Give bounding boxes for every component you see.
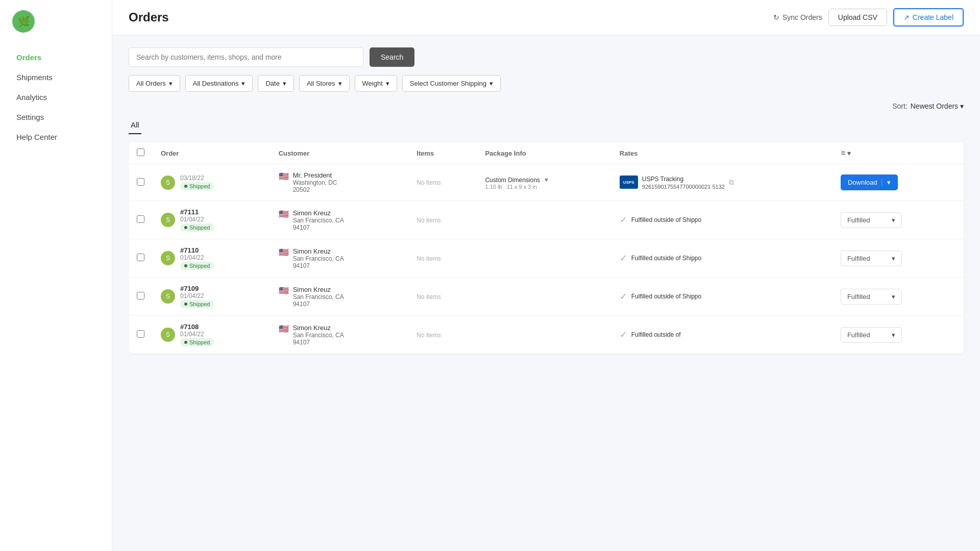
sidebar-item-analytics[interactable]: Analytics bbox=[4, 88, 108, 107]
chevron-down-icon: ▾ bbox=[892, 216, 895, 224]
fulfilled-checkmark-icon: ✓ bbox=[620, 329, 627, 340]
download-button[interactable]: Download ▾ bbox=[841, 174, 898, 190]
order-number: #7108 bbox=[180, 323, 214, 331]
sidebar-item-orders[interactable]: Orders bbox=[4, 48, 108, 67]
package-dimensions: 1.10 lb 11 x 9 x 3 in bbox=[485, 184, 603, 190]
fulfilled-label: Fulfilled outside of Shippo bbox=[631, 254, 701, 263]
status-dot bbox=[184, 185, 187, 188]
sidebar: 🌿 Orders Shipments Analytics Settings He… bbox=[0, 0, 112, 551]
rates-column-header: Rates bbox=[611, 142, 832, 164]
store-icon: S bbox=[161, 176, 175, 190]
customer-info: 🇺🇸 Simon Kreuz San Francisco, CA 94107 bbox=[279, 247, 401, 269]
select-all-header bbox=[129, 142, 153, 164]
order-info: S 03/18/22 Shipped bbox=[161, 174, 262, 190]
order-date: 03/18/22 bbox=[180, 174, 214, 182]
all-destinations-filter[interactable]: All Destinations ▾ bbox=[185, 75, 253, 92]
upload-csv-button[interactable]: Upload CSV bbox=[828, 9, 887, 26]
store-icon: S bbox=[161, 328, 175, 342]
page-title: Orders bbox=[129, 10, 169, 24]
fulfilled-button[interactable]: Fulfilled ▾ bbox=[841, 289, 902, 305]
chevron-down-icon: ▾ bbox=[169, 80, 173, 87]
status-dot bbox=[184, 226, 187, 229]
sidebar-logo: 🌿 bbox=[0, 0, 112, 43]
search-button[interactable]: Search bbox=[370, 47, 414, 67]
status-badge: Shipped bbox=[180, 182, 214, 190]
sort-select[interactable]: Newest Orders ▾ bbox=[911, 102, 964, 110]
customer-shipping-filter[interactable]: Select Customer Shipping ▾ bbox=[402, 75, 501, 92]
status-badge: Shipped bbox=[180, 300, 214, 308]
fulfilled-button[interactable]: Fulfilled ▾ bbox=[841, 212, 902, 228]
status-dot bbox=[184, 264, 187, 267]
status-badge: Shipped bbox=[180, 338, 214, 346]
fulfilled-checkmark-icon: ✓ bbox=[620, 253, 627, 264]
sync-icon: ↻ bbox=[773, 13, 779, 21]
chevron-down-icon: ▾ bbox=[241, 80, 245, 87]
package-expand-button[interactable]: ▾ bbox=[545, 176, 548, 184]
chevron-down-icon: ▾ bbox=[847, 149, 851, 157]
usps-icon: USPS bbox=[620, 176, 638, 189]
tracking-label: USPS Tracking bbox=[642, 175, 725, 184]
rates-cell: USPS USPS Tracking 926159017554770000002… bbox=[620, 175, 824, 190]
sidebar-nav: Orders Shipments Analytics Settings Help… bbox=[0, 43, 112, 152]
status-dot bbox=[184, 341, 187, 344]
weight-filter[interactable]: Weight ▾ bbox=[355, 75, 397, 92]
tab-all[interactable]: All bbox=[129, 116, 141, 134]
table-row: S 03/18/22 Shipped 🇺🇸 Mr. President Wash… bbox=[129, 164, 964, 201]
app-logo: 🌿 bbox=[12, 10, 35, 33]
customer-info: 🇺🇸 Mr. President Washington, DC 20502 bbox=[279, 171, 401, 193]
sidebar-item-shipments[interactable]: Shipments bbox=[4, 68, 108, 87]
chevron-down-icon: ▾ bbox=[489, 80, 493, 87]
sync-orders-button[interactable]: ↻ Sync Orders bbox=[773, 13, 822, 21]
customer-zip: 20502 bbox=[293, 186, 337, 193]
sidebar-item-help-center[interactable]: Help Center bbox=[4, 128, 108, 146]
country-flag: 🇺🇸 bbox=[279, 209, 289, 219]
fulfilled-button[interactable]: Fulfilled ▾ bbox=[841, 327, 902, 343]
fulfilled-btn-label: Fulfilled bbox=[847, 255, 870, 262]
fulfilled-label: Fulfilled outside of Shippo bbox=[631, 292, 701, 301]
items-column-header: Items bbox=[408, 142, 477, 164]
row-checkbox[interactable] bbox=[137, 215, 144, 223]
date-filter[interactable]: Date ▾ bbox=[258, 75, 293, 92]
create-label-button[interactable]: ↗ Create Label bbox=[893, 8, 964, 27]
main-content: Orders ↻ Sync Orders Upload CSV ↗ Create… bbox=[112, 0, 980, 551]
all-stores-filter[interactable]: All Stores ▾ bbox=[299, 75, 350, 92]
order-info: S #7110 01/04/22 Shipped bbox=[161, 246, 262, 270]
row-checkbox[interactable] bbox=[137, 330, 144, 338]
tracking-number: 9261590175547700000021 5132 bbox=[642, 184, 725, 190]
tabs: All bbox=[129, 116, 964, 142]
status-badge: Shipped bbox=[180, 262, 214, 270]
store-icon: S bbox=[161, 213, 175, 227]
table-row: S #7110 01/04/22 Shipped 🇺🇸 Simon Kreuz … bbox=[129, 239, 964, 278]
copy-icon[interactable]: ⧉ bbox=[729, 178, 734, 187]
items-cell: No items bbox=[416, 293, 440, 300]
customer-zip: 94107 bbox=[293, 339, 344, 346]
row-checkbox[interactable] bbox=[137, 254, 144, 261]
all-orders-filter[interactable]: All Orders ▾ bbox=[129, 75, 180, 92]
order-date: 01/04/22 bbox=[180, 292, 214, 299]
order-date: 01/04/22 bbox=[180, 216, 214, 223]
row-checkbox[interactable] bbox=[137, 292, 144, 299]
customer-zip: 94107 bbox=[293, 262, 344, 269]
fulfilled-button[interactable]: Fulfilled ▾ bbox=[841, 251, 902, 266]
sidebar-item-settings[interactable]: Settings bbox=[4, 108, 108, 127]
fulfilled-btn-label: Fulfilled bbox=[847, 331, 870, 339]
order-column-header: Order bbox=[153, 142, 271, 164]
download-chevron: ▾ bbox=[881, 179, 891, 186]
column-settings-button[interactable]: ≡ bbox=[841, 148, 845, 158]
row-checkbox[interactable] bbox=[137, 178, 144, 186]
order-date: 01/04/22 bbox=[180, 254, 214, 261]
search-row: Search bbox=[129, 47, 964, 67]
items-cell: No items bbox=[416, 332, 440, 339]
rates-cell: ✓ Fulfilled outside of bbox=[620, 329, 824, 340]
chevron-down-icon: ▾ bbox=[283, 80, 286, 87]
table-row: S #7108 01/04/22 Shipped 🇺🇸 Simon Kreuz … bbox=[129, 316, 964, 354]
customer-info: 🇺🇸 Simon Kreuz San Francisco, CA 94107 bbox=[279, 286, 401, 308]
search-input[interactable] bbox=[129, 47, 363, 67]
select-all-checkbox[interactable] bbox=[137, 148, 144, 156]
package-info-column-header: Package Info bbox=[477, 142, 611, 164]
sort-label: Sort: bbox=[892, 102, 908, 110]
country-flag: 🇺🇸 bbox=[279, 286, 289, 295]
store-icon: S bbox=[161, 289, 175, 304]
fulfilled-checkmark-icon: ✓ bbox=[620, 214, 627, 226]
country-flag: 🇺🇸 bbox=[279, 171, 289, 181]
